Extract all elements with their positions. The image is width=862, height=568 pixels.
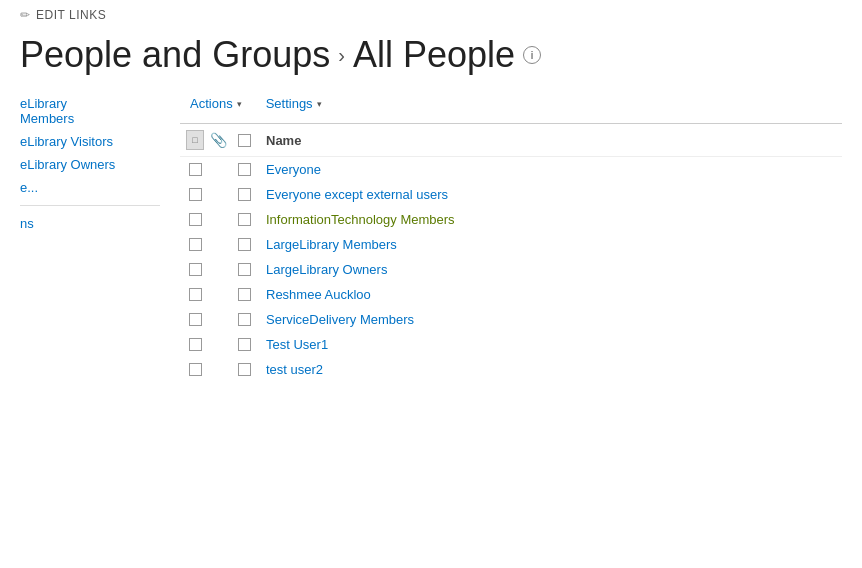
row-inner-checkbox[interactable] <box>238 163 266 176</box>
row-outer-checkbox[interactable] <box>180 363 210 376</box>
row-name: InformationTechnology Members <box>266 212 842 227</box>
header-select-all[interactable]: □ <box>180 130 210 150</box>
title-arrow: › <box>338 44 345 67</box>
header-checkbox-col <box>238 134 266 147</box>
row-name: test user2 <box>266 362 842 377</box>
actions-button[interactable]: Actions ▾ <box>180 92 252 115</box>
row-name-link[interactable]: ServiceDelivery Members <box>266 312 414 327</box>
sidebar: eLibraryMembers eLibrary Visitors eLibra… <box>0 92 160 382</box>
row-name: Everyone except external users <box>266 187 842 202</box>
row-name: LargeLibrary Members <box>266 237 842 252</box>
sidebar-item-elibrary-visitors[interactable]: eLibrary Visitors <box>20 130 160 153</box>
header-attach: 📎 <box>210 132 238 148</box>
row-name-link[interactable]: LargeLibrary Owners <box>266 262 387 277</box>
row-inner-checkbox[interactable] <box>238 188 266 201</box>
row-outer-checkbox[interactable] <box>180 263 210 276</box>
row-outer-checkbox[interactable] <box>180 163 210 176</box>
row-name-link[interactable]: LargeLibrary Members <box>266 237 397 252</box>
toolbar: Actions ▾ Settings ▾ <box>180 92 842 124</box>
sidebar-item-elibrary-owners[interactable]: eLibrary Owners <box>20 153 160 176</box>
row-inner-checkbox[interactable] <box>238 263 266 276</box>
row-name-link[interactable]: Everyone except external users <box>266 187 448 202</box>
edit-links-bar: ✏ EDIT LINKS <box>0 0 862 30</box>
row-outer-checkbox[interactable] <box>180 213 210 226</box>
row-inner-checkbox[interactable] <box>238 338 266 351</box>
page-title-part2: All People <box>353 34 515 76</box>
row-inner-checkbox[interactable] <box>238 313 266 326</box>
settings-button[interactable]: Settings ▾ <box>256 92 332 115</box>
row-name-link[interactable]: InformationTechnology Members <box>266 212 455 227</box>
header-name: Name <box>266 133 842 148</box>
row-inner-checkbox[interactable] <box>238 238 266 251</box>
table-row: Reshmee Auckloo <box>180 282 842 307</box>
table-row: Everyone <box>180 157 842 182</box>
table-row: LargeLibrary Owners <box>180 257 842 282</box>
table-row: LargeLibrary Members <box>180 232 842 257</box>
sidebar-item-elibrary-members[interactable]: eLibraryMembers <box>20 92 160 130</box>
table-row: Test User1 <box>180 332 842 357</box>
table-row: Everyone except external users <box>180 182 842 207</box>
row-name: Reshmee Auckloo <box>266 287 842 302</box>
settings-label: Settings <box>266 96 313 111</box>
page-title-part1: People and Groups <box>20 34 330 76</box>
row-outer-checkbox[interactable] <box>180 313 210 326</box>
main-content: Actions ▾ Settings ▾ □ 📎 Name <box>160 92 862 382</box>
doc-icon: □ <box>186 130 204 150</box>
row-name: LargeLibrary Owners <box>266 262 842 277</box>
actions-caret: ▾ <box>237 99 242 109</box>
table-header: □ 📎 Name <box>180 124 842 157</box>
row-inner-checkbox[interactable] <box>238 363 266 376</box>
info-icon[interactable]: i <box>523 46 541 64</box>
header-check[interactable] <box>238 134 251 147</box>
row-name: Test User1 <box>266 337 842 352</box>
row-name: Everyone <box>266 162 842 177</box>
table-row: test user2 <box>180 357 842 382</box>
sidebar-item-more[interactable]: e... <box>20 176 160 199</box>
row-name: ServiceDelivery Members <box>266 312 842 327</box>
sidebar-item-ns[interactable]: ns <box>20 212 160 235</box>
edit-links-link[interactable]: EDIT LINKS <box>36 8 106 22</box>
table-row: InformationTechnology Members <box>180 207 842 232</box>
actions-label: Actions <box>190 96 233 111</box>
row-name-link[interactable]: test user2 <box>266 362 323 377</box>
row-outer-checkbox[interactable] <box>180 338 210 351</box>
row-name-link[interactable]: Test User1 <box>266 337 328 352</box>
row-inner-checkbox[interactable] <box>238 213 266 226</box>
row-outer-checkbox[interactable] <box>180 188 210 201</box>
row-name-link[interactable]: Everyone <box>266 162 321 177</box>
table-row: ServiceDelivery Members <box>180 307 842 332</box>
settings-caret: ▾ <box>317 99 322 109</box>
table-body: Everyone Everyone except external users … <box>180 157 842 382</box>
edit-icon: ✏ <box>20 8 30 22</box>
page-title: People and Groups › All People i <box>0 30 862 92</box>
layout: eLibraryMembers eLibrary Visitors eLibra… <box>0 92 862 382</box>
row-outer-checkbox[interactable] <box>180 238 210 251</box>
row-outer-checkbox[interactable] <box>180 288 210 301</box>
row-inner-checkbox[interactable] <box>238 288 266 301</box>
paperclip-icon: 📎 <box>210 132 227 148</box>
row-name-link[interactable]: Reshmee Auckloo <box>266 287 371 302</box>
sidebar-divider <box>20 205 160 206</box>
